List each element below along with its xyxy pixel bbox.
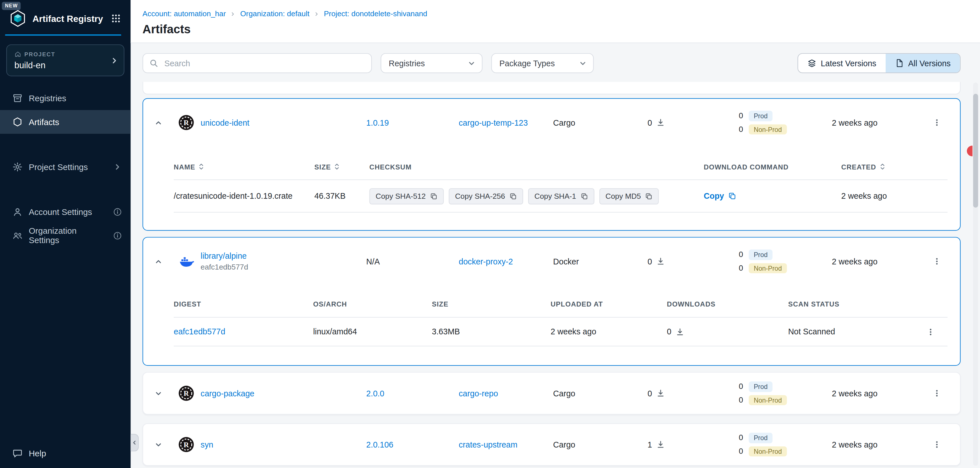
row-menu-button[interactable]: [929, 385, 945, 401]
scrollbar-thumb[interactable]: [973, 94, 978, 208]
info-icon[interactable]: [113, 231, 122, 240]
column-header-name: NAME: [173, 163, 195, 170]
non-prod-count: 0: [735, 264, 743, 272]
help-chat-icon: [13, 448, 22, 458]
registries-filter-dropdown[interactable]: Registries: [380, 53, 482, 73]
copy-sha1-button[interactable]: Copy SHA-1: [528, 188, 594, 204]
created-at: 2 weeks ago: [819, 389, 913, 398]
sort-icon[interactable]: [198, 162, 205, 171]
sidebar: NEW Artifact Registry PROJECT build-en R…: [0, 0, 131, 468]
copy-icon: [430, 192, 438, 200]
uploaded-at: 2 weeks ago: [550, 327, 667, 336]
non-prod-badge: Non-Prod: [749, 263, 787, 273]
sort-icon[interactable]: [334, 162, 340, 171]
sidebar-item-registries[interactable]: Registries: [0, 86, 131, 110]
cargo-package-icon: [178, 436, 194, 453]
sort-icon[interactable]: [880, 162, 886, 171]
breadcrumb-account-link[interactable]: Account: automation_har: [142, 10, 226, 18]
column-header-size: SIZE: [314, 163, 331, 170]
page-title: Artifacts: [142, 22, 960, 36]
scrollbar-track: [973, 83, 978, 466]
copy-sha256-label: Copy SHA-256: [455, 192, 505, 201]
row-menu-button[interactable]: [929, 114, 945, 131]
artifact-version-link[interactable]: 1.0.19: [366, 118, 389, 127]
os-arch: linux/amd64: [313, 327, 432, 336]
artifact-repository-link[interactable]: cargo-up-temp-123: [459, 118, 528, 127]
digest-link[interactable]: eafc1edb577d: [173, 327, 225, 336]
digest-row-menu-button[interactable]: [923, 323, 939, 340]
download-icon: [656, 257, 665, 266]
artifact-card-library-alpine: library/alpine eafc1edb577d N/A docker-p…: [142, 237, 960, 366]
breadcrumb-project-link[interactable]: Project: donotdelete-shivanand: [324, 10, 427, 18]
artifact-name-link[interactable]: unicode-ident: [200, 118, 250, 127]
files-table-header: NAME SIZE CHECKSUM DOWNLOAD COMMAND CREA…: [173, 154, 947, 180]
sidebar-item-project-settings[interactable]: Project Settings: [0, 155, 131, 179]
copy-md5-button[interactable]: Copy MD5: [599, 188, 659, 204]
file-name: /cratesunicode-ident-1.0.19.crate: [173, 191, 314, 201]
expand-toggle-button[interactable]: [150, 385, 167, 401]
download-icon: [656, 440, 665, 449]
sidebar-item-organization-settings[interactable]: Organization Settings: [0, 224, 131, 248]
copy-sha512-button[interactable]: Copy SHA-512: [369, 188, 444, 204]
project-name: build-en: [14, 60, 108, 70]
artifact-name-link[interactable]: syn: [200, 440, 213, 449]
non-prod-count: 0: [735, 395, 743, 404]
module-accent-line: [5, 34, 121, 35]
cargo-package-icon: [178, 114, 194, 131]
artifact-repository-link[interactable]: cargo-repo: [459, 389, 498, 398]
module-grid-icon[interactable]: [111, 14, 121, 23]
prod-badge: Prod: [749, 111, 773, 121]
expand-toggle-button[interactable]: [150, 436, 167, 453]
chevron-right-icon: [314, 11, 320, 16]
partial-card-bottom: [142, 82, 960, 94]
artifact-name-link[interactable]: library/alpine: [200, 252, 248, 261]
artifact-row: library/alpine eafc1edb577d N/A docker-p…: [143, 238, 960, 285]
help-button[interactable]: Help: [0, 443, 131, 468]
package-types-filter-dropdown[interactable]: Package Types: [491, 53, 594, 73]
help-label: Help: [29, 449, 46, 458]
copy-download-command-link[interactable]: Copy: [704, 191, 841, 201]
artifact-repository-link[interactable]: docker-proxy-2: [459, 257, 513, 266]
sidebar-item-artifacts[interactable]: Artifacts: [0, 110, 131, 134]
artifact-version-link[interactable]: 2.0.106: [366, 440, 393, 449]
non-prod-badge: Non-Prod: [749, 446, 787, 456]
prod-count: 0: [735, 433, 743, 442]
copy-sha256-button[interactable]: Copy SHA-256: [449, 188, 523, 204]
column-header-created: CREATED: [841, 163, 876, 170]
artifact-version: N/A: [366, 257, 459, 266]
user-icon: [13, 207, 22, 217]
collapse-toggle-button[interactable]: [150, 114, 167, 131]
collapse-toggle-button[interactable]: [150, 253, 167, 269]
latest-versions-button[interactable]: Latest Versions: [799, 54, 886, 73]
file-created: 2 weeks ago: [841, 191, 948, 201]
package-type: Docker: [553, 257, 648, 266]
search-input[interactable]: [163, 58, 365, 68]
registries-icon: [13, 93, 22, 103]
file-size: 46.37KB: [314, 191, 369, 201]
created-at: 2 weeks ago: [819, 257, 913, 266]
project-selector[interactable]: PROJECT build-en: [6, 45, 124, 76]
non-prod-badge: Non-Prod: [749, 124, 787, 134]
prod-count: 0: [735, 250, 743, 259]
sidebar-item-account-settings[interactable]: Account Settings: [0, 200, 131, 224]
artifact-version-link[interactable]: 2.0.0: [366, 389, 385, 398]
row-menu-button[interactable]: [929, 436, 945, 453]
project-label: PROJECT: [24, 51, 56, 57]
chevron-left-icon: [131, 439, 138, 446]
sidebar-item-label: Organization Settings: [29, 226, 107, 245]
artifact-name-link[interactable]: cargo-package: [200, 389, 255, 398]
download-icon: [676, 327, 685, 336]
info-icon[interactable]: [113, 208, 122, 216]
sidebar-collapse-handle[interactable]: [131, 434, 139, 452]
column-header-checksum: CHECKSUM: [369, 163, 412, 170]
non-prod-count: 0: [735, 447, 743, 456]
download-icon: [656, 389, 665, 398]
all-versions-button[interactable]: All Versions: [886, 54, 960, 73]
digest-size: 3.63MB: [432, 327, 550, 336]
artifact-repository-link[interactable]: crates-upstream: [459, 440, 517, 449]
breadcrumb-organization-link[interactable]: Organization: default: [240, 10, 310, 18]
app-title: Artifact Registry: [32, 13, 105, 23]
new-badge: NEW: [2, 2, 21, 10]
row-menu-button[interactable]: [929, 253, 945, 269]
download-count: 0: [648, 257, 652, 266]
